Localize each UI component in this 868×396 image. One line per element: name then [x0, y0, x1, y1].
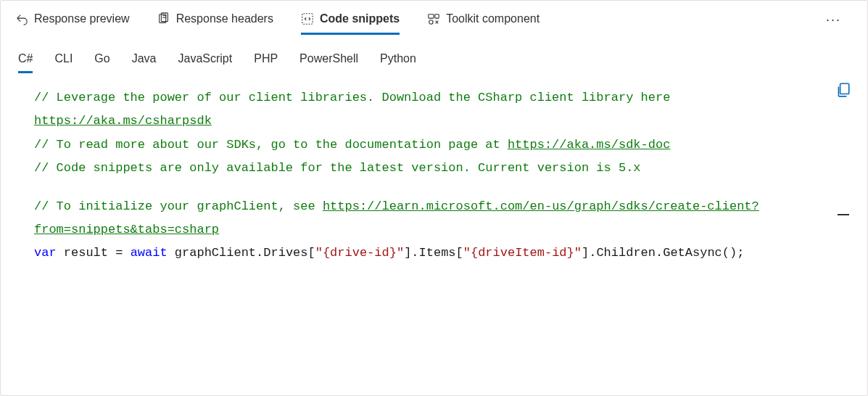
tab-label: Code snippets	[320, 12, 400, 25]
undo-icon	[15, 12, 28, 25]
lang-tab-csharp[interactable]: C#	[18, 48, 33, 73]
tab-response-preview[interactable]: Response preview	[15, 5, 130, 35]
lang-tab-php[interactable]: PHP	[254, 48, 278, 73]
tab-label: Response preview	[34, 12, 130, 25]
tab-label: Response headers	[176, 12, 273, 25]
tab-code-snippets[interactable]: Code snippets	[301, 5, 400, 35]
toolkit-icon	[427, 12, 440, 25]
svg-rect-5	[429, 15, 434, 18]
overflow-menu-button[interactable]: ···	[820, 7, 847, 33]
language-tabs: C# CLI Go Java JavaScript PHP PowerShell…	[1, 35, 867, 73]
link-sdk-doc[interactable]: https://aka.ms/sdk-doc	[508, 138, 670, 152]
code-comment: // To initialize your graphClient, see	[34, 199, 323, 213]
svg-rect-6	[435, 15, 439, 18]
lang-tab-javascript[interactable]: JavaScript	[178, 48, 233, 73]
lang-tab-python[interactable]: Python	[380, 48, 416, 73]
tab-toolkit-component[interactable]: Toolkit component	[427, 5, 540, 35]
tab-response-headers[interactable]: Response headers	[157, 5, 273, 35]
code-comment: // To read more about our SDKs, go to th…	[34, 138, 508, 152]
main-tabs: Response preview Response headers Code s…	[1, 1, 867, 35]
lang-tab-cli[interactable]: CLI	[54, 48, 73, 73]
copy-button[interactable]	[835, 82, 851, 98]
code-snippet-area: // Leverage the power of our client libr…	[1, 73, 867, 395]
code-comment: // Code snippets are only available for …	[34, 161, 641, 175]
tab-label: Toolkit component	[446, 12, 540, 25]
response-panel: Response preview Response headers Code s…	[0, 0, 868, 396]
code-snippets-icon	[301, 12, 314, 25]
code-line: var result = await graphClient.Drives["{…	[34, 242, 847, 265]
lang-tab-powershell[interactable]: PowerShell	[299, 48, 358, 73]
link-csharpsdk[interactable]: https://aka.ms/csharpsdk	[34, 114, 212, 128]
headers-icon	[157, 12, 170, 25]
svg-rect-4	[302, 14, 313, 24]
code-comment: // Leverage the power of our client libr…	[34, 91, 670, 104]
svg-point-7	[429, 20, 433, 24]
lang-tab-java[interactable]: Java	[132, 48, 157, 73]
svg-rect-8	[840, 83, 849, 94]
lang-tab-go[interactable]: Go	[94, 48, 109, 73]
collapse-button[interactable]	[835, 207, 851, 223]
side-controls	[835, 82, 851, 223]
